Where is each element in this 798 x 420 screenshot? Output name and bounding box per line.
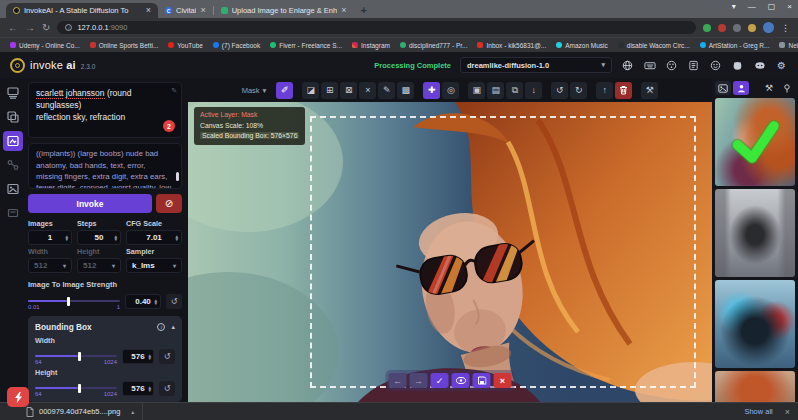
tab-invokeai[interactable]: InvokeAI - A Stable Diffusion To × [6,3,158,18]
strength-reset-button[interactable]: ↺ [166,294,182,309]
bbox-height-reset-button[interactable]: ↺ [159,381,175,396]
tab-unified-canvas[interactable] [3,131,23,151]
layer-select[interactable]: Mask▾ [242,86,267,95]
save-staging-button[interactable] [473,373,491,388]
tab-image-to-image[interactable] [3,107,23,127]
gallery-settings-button[interactable]: ⚒ [761,81,777,95]
hotkeys-icon[interactable] [643,59,656,72]
preserve-mask-button[interactable]: ▩ [397,82,414,99]
fill-bounding-box-button[interactable]: ⊞ [321,82,338,99]
address-bar[interactable]: i 127.0.0.1:9090 [57,21,696,34]
gallery-pin-button[interactable] [779,81,795,95]
sampler-select[interactable]: k_lms▾ [126,258,182,273]
docs-icon[interactable] [687,59,700,72]
language-icon[interactable] [621,59,634,72]
minimize-button[interactable]: — [748,2,756,11]
gallery-thumb-selected[interactable] [715,98,795,186]
next-image-button[interactable]: → [410,373,428,388]
bookmark-item[interactable]: (7) Facebook [213,42,260,49]
cfg-scale-input[interactable]: 7.01▴▾ [126,230,182,245]
bookmark-item[interactable]: Udemy - Online Co... [10,42,80,49]
save-to-gallery-button[interactable]: ▤ [487,82,504,99]
gallery-thumb[interactable] [715,280,795,368]
tab-post-processing[interactable] [3,179,23,199]
close-downloads-icon[interactable]: × [785,407,790,417]
previous-image-button[interactable]: ← [389,373,407,388]
tab-close-icon[interactable]: × [146,6,151,15]
upload-image-button[interactable]: ↑ [596,82,613,99]
merge-visible-button[interactable]: ▣ [468,82,485,99]
bookmark-item[interactable]: YouTube [168,42,203,49]
strength-slider[interactable]: 0.011 [28,295,120,309]
forward-icon[interactable]: → [25,23,35,33]
bbox-height-input[interactable]: 576▴▾ [122,381,154,396]
bbox-height-slider[interactable]: 641024 [35,382,117,396]
download-item[interactable]: 000979.40d74eb5....png ▴ [8,403,143,420]
tab-text-to-image[interactable] [3,83,23,103]
back-icon[interactable]: ← [8,23,18,33]
tab-close-icon[interactable]: × [341,6,346,15]
bbox-width-input[interactable]: 576▴▾ [122,349,154,364]
tab-search-icon[interactable]: ▾ [732,2,736,11]
reload-icon[interactable]: ↻ [42,23,50,33]
steps-input[interactable]: 50▴▾ [77,230,121,245]
tab-nodes[interactable] [3,155,23,175]
prompt-input[interactable]: scarlett johansson (round sunglasses) re… [28,82,182,138]
clear-mask-button[interactable]: × [359,82,376,99]
download-image-button[interactable]: ↓ [525,82,542,99]
bookmark-item[interactable]: disciplined777 - Pr... [400,42,468,49]
bookmark-item[interactable]: disable Wacom Circ... [618,42,690,49]
scrollbar-thumb[interactable] [176,172,179,181]
extension-icon[interactable] [703,24,711,32]
gallery-thumb[interactable] [715,189,795,277]
undo-button[interactable]: ↺ [551,82,568,99]
bookmark-item[interactable]: Neil Fontaine | COS... [779,42,798,49]
stepper-icons[interactable]: ▴▾ [114,231,117,244]
huggingface-icon[interactable] [709,59,722,72]
extension-icon[interactable] [718,24,726,32]
show-hide-staging-button[interactable] [452,373,470,388]
width-select[interactable]: 512▾ [28,258,72,273]
stepper-icons[interactable]: ▴▾ [65,231,68,244]
stepper-icons[interactable]: ▴▾ [148,382,151,395]
strength-input[interactable]: 0.40▴▾ [125,294,161,309]
bookmark-item[interactable]: Amazon Music [556,42,608,49]
site-info-icon[interactable]: i [65,24,72,31]
new-tab-button[interactable]: + [360,4,366,16]
bookmark-item[interactable]: Fiverr - Freelance S... [270,42,342,49]
tab-close-icon[interactable]: × [200,6,205,15]
gallery-thumb[interactable] [715,371,795,402]
eraser-tool-button[interactable]: ◪ [302,82,319,99]
canvas-settings-button[interactable]: ⚒ [641,82,658,99]
erase-bounding-box-button[interactable]: ⊠ [340,82,357,99]
bbox-width-reset-button[interactable]: ↺ [159,349,175,364]
canvas-viewport[interactable]: Active Layer: Mask Canvas Scale: 108% Sc… [188,102,712,402]
images-input[interactable]: 1▴▾ [28,230,72,245]
bookmark-item[interactable]: Inbox - kik56831@... [477,42,546,49]
extension-icon[interactable] [748,24,756,32]
stepper-icons[interactable]: ▴▾ [175,231,178,244]
copy-to-clipboard-button[interactable]: ⧉ [506,82,523,99]
invoke-button[interactable]: Invoke [28,194,152,213]
floating-action-button[interactable] [7,387,29,407]
theme-icon[interactable] [665,59,678,72]
model-select[interactable]: dreamlike-diffusion-1.0 ▾ [460,57,612,73]
gallery-user-tab[interactable] [733,81,749,95]
cancel-button[interactable]: ⊘ [156,194,182,213]
show-all-downloads-link[interactable]: Show all [744,407,772,416]
accept-image-button[interactable]: ✓ [431,373,449,388]
discard-image-button[interactable]: × [494,373,512,388]
tab-training[interactable] [3,203,23,223]
extension-icon[interactable] [733,24,741,32]
maximize-button[interactable]: ▢ [768,2,776,11]
github-icon[interactable] [731,59,744,72]
mask-brush-tool-button[interactable]: ✐ [276,82,293,99]
discord-icon[interactable] [753,59,766,72]
redo-button[interactable]: ↻ [570,82,587,99]
bookmark-item[interactable]: Online Sports Betti... [90,42,159,49]
bbox-width-slider[interactable]: 641024 [35,350,117,364]
pencil-tool-button[interactable]: ✎ [378,82,395,99]
height-select[interactable]: 512▾ [77,258,121,273]
move-tool-button[interactable]: ✚ [423,82,440,99]
stepper-icons[interactable]: ▴▾ [154,295,157,308]
